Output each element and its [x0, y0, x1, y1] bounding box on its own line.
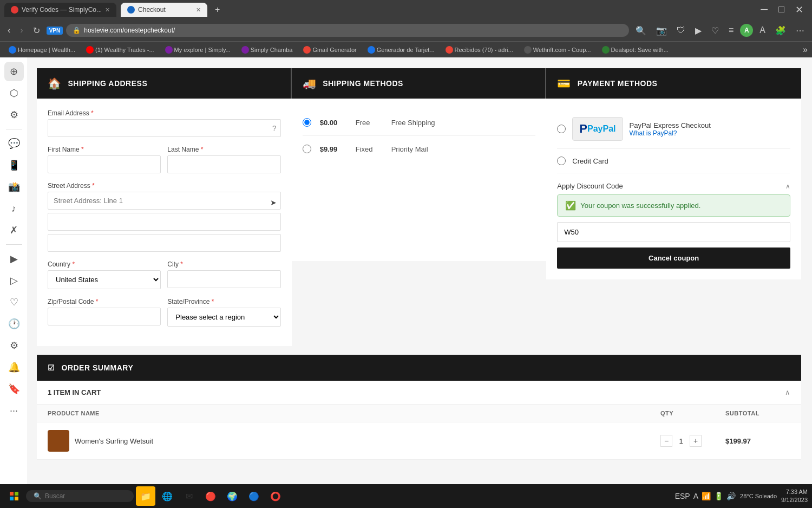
taskbar-files-icon[interactable]: 📁 — [136, 486, 155, 491]
media-icon[interactable]: ▶ — [692, 24, 705, 37]
shipping-radio-priority[interactable] — [303, 145, 311, 153]
sidebar-more-icon[interactable]: ··· — [4, 401, 24, 420]
tab-favicon-active — [127, 6, 135, 14]
sidebar-history-icon[interactable]: 🕐 — [4, 314, 24, 334]
street-address-label: Street Address * — [48, 182, 281, 190]
payment-radio-paypal[interactable] — [557, 125, 566, 133]
last-name-group: Last Name * — [167, 146, 280, 173]
sidebar-gear-icon[interactable]: ⚙ — [4, 336, 24, 355]
payment-radio-credit-card[interactable] — [557, 157, 566, 165]
discount-header[interactable]: Apply Discount Code ∧ — [557, 178, 790, 194]
state-select[interactable]: Please select a region — [167, 308, 280, 327]
sidebar-tiktok-icon[interactable]: ♪ — [4, 199, 24, 218]
bookmark-dealspot[interactable]: Dealspot: Save with... — [598, 45, 673, 55]
sidebar-favorites-icon[interactable]: ♡ — [4, 292, 24, 312]
credit-card-label: Credit Card — [572, 157, 608, 165]
taskbar-search[interactable]: 🔍 — [26, 490, 134, 491]
tab-close-btn[interactable]: ✕ — [105, 6, 110, 14]
tab-checkout[interactable]: Checkout ✕ — [121, 3, 207, 17]
maximize-button[interactable]: □ — [774, 4, 789, 16]
taskbar-app3-icon[interactable]: 🔴 — [201, 486, 220, 491]
bookmarks-more-icon[interactable]: » — [803, 45, 808, 55]
email-help-icon[interactable]: ? — [272, 124, 277, 133]
what-is-paypal-link[interactable]: What is PayPal? — [630, 129, 711, 137]
tab-verify-codes[interactable]: Verify Codes — SimplyCo... ✕ — [4, 3, 116, 17]
street-line1-field[interactable] — [48, 192, 281, 210]
street-line2-field[interactable] — [48, 213, 281, 231]
cancel-coupon-button[interactable]: Cancel coupon — [557, 248, 790, 269]
search-toolbar-icon[interactable]: 🔍 — [632, 24, 650, 37]
sidebar-settings-icon[interactable]: ⚙ — [4, 105, 24, 125]
start-button[interactable] — [4, 486, 24, 491]
first-name-field[interactable] — [48, 155, 161, 173]
back-button[interactable]: ‹ — [4, 23, 14, 37]
menu-icon[interactable]: ≡ — [725, 24, 737, 36]
city-label: City * — [167, 260, 280, 268]
translate-icon[interactable]: A — [756, 24, 769, 36]
bookmark-chamba[interactable]: Simply Chamba — [237, 45, 297, 55]
paypal-info: PayPal Express Checkout What is PayPal? — [630, 121, 711, 137]
address-input[interactable] — [84, 27, 623, 34]
email-field[interactable] — [48, 119, 281, 137]
sidebar-extensions-icon[interactable]: ⬡ — [4, 83, 24, 103]
bookmark-myexplore[interactable]: My explore | Simply... — [161, 45, 235, 55]
taskbar-app4-icon[interactable]: ⭕ — [266, 486, 285, 491]
sidebar-messenger-icon[interactable]: 💬 — [4, 134, 24, 153]
shipping-option-free: $0.00 Free Free Shipping — [303, 109, 536, 136]
shipping-methods-body: $0.00 Free Free Shipping $9.99 Fixed Pri… — [292, 99, 547, 261]
last-name-field[interactable] — [167, 155, 280, 173]
shipping-radio-free[interactable] — [303, 118, 311, 127]
shipping-free-price: $0.00 — [320, 119, 347, 127]
bookmark-wethrift[interactable]: Wethrift.com - Coup... — [520, 45, 595, 55]
sidebar-home-icon[interactable]: ⊕ — [4, 62, 24, 81]
new-tab-button[interactable]: + — [212, 5, 223, 15]
email-group: Email Address * ? — [48, 109, 281, 137]
taskbar-browser1-icon[interactable]: 🌐 — [158, 486, 177, 491]
taskbar-mail-icon[interactable]: ✉ — [179, 486, 199, 491]
qty-increase-button[interactable]: + — [690, 435, 702, 447]
truck-icon: 🚚 — [303, 77, 317, 90]
coupon-input[interactable] — [557, 222, 790, 242]
screenshot-icon[interactable]: 📷 — [653, 24, 670, 37]
street-line3-field[interactable] — [48, 234, 281, 252]
taskbar-clock[interactable]: 7:33 AM 9/12/2023 — [781, 488, 808, 491]
sidebar-twitter-icon[interactable]: ✗ — [4, 220, 24, 240]
vpn-badge[interactable]: VPN — [47, 27, 63, 35]
close-window-button[interactable]: ✕ — [791, 4, 808, 16]
bookmark-wealthy[interactable]: (1) Wealthy Trades -... — [82, 45, 159, 55]
sidebar-media-icon[interactable]: ▶ — [4, 249, 24, 269]
shipping-address-header: 🏠 SHIPPING ADDRESS — [37, 68, 292, 99]
locate-icon[interactable]: ➤ — [270, 198, 277, 207]
favorites-icon[interactable]: ♡ — [708, 24, 722, 37]
tab-close-active-btn[interactable]: ✕ — [196, 6, 201, 14]
sidebar-bookmark-icon[interactable]: 🔖 — [4, 379, 24, 399]
sidebar-notification-icon[interactable]: 🔔 — [4, 357, 24, 377]
bookmark-generador[interactable]: Generador de Tarjet... — [363, 45, 439, 55]
cart-items-header[interactable]: 1 ITEM IN CART ∧ — [37, 381, 801, 405]
checkbox-icon: ☑ — [48, 363, 55, 372]
refresh-button[interactable]: ↻ — [30, 23, 43, 38]
sidebar-divider — [6, 129, 22, 129]
qty-decrease-button[interactable]: − — [660, 435, 672, 447]
discount-section: Apply Discount Code ∧ ✅ Your coupon was … — [557, 178, 790, 269]
bookmark-favicon — [9, 46, 16, 54]
city-field[interactable] — [167, 270, 280, 288]
taskbar-opera-icon[interactable]: 🔵 — [244, 486, 264, 491]
extension-icon[interactable]: 🧩 — [772, 24, 789, 37]
more-tools-icon[interactable]: ⋯ — [793, 24, 808, 37]
zip-field[interactable] — [48, 308, 161, 325]
taskbar-chrome-icon[interactable]: 🌍 — [222, 486, 242, 491]
address-bar[interactable]: 🔒 — [66, 24, 629, 37]
bookmark-recibidos[interactable]: Recibidos (70) - adri... — [441, 45, 518, 55]
sidebar-play-icon[interactable]: ▷ — [4, 271, 24, 290]
forward-button[interactable]: › — [17, 23, 26, 37]
country-select[interactable]: United States Canada Mexico — [48, 270, 161, 289]
sidebar-instagram-icon[interactable]: 📸 — [4, 177, 24, 197]
sidebar-whatsapp-icon[interactable]: 📱 — [4, 155, 24, 175]
profile-avatar[interactable]: A — [740, 24, 753, 37]
bookmark-gmail-gen[interactable]: Gmail Generator — [299, 45, 361, 55]
shield-icon[interactable]: 🛡 — [673, 24, 689, 36]
minimize-button[interactable]: ─ — [756, 4, 772, 16]
cart-count: 1 ITEM IN CART — [48, 388, 101, 396]
bookmark-homepage[interactable]: Homepage | Wealth... — [4, 45, 80, 55]
